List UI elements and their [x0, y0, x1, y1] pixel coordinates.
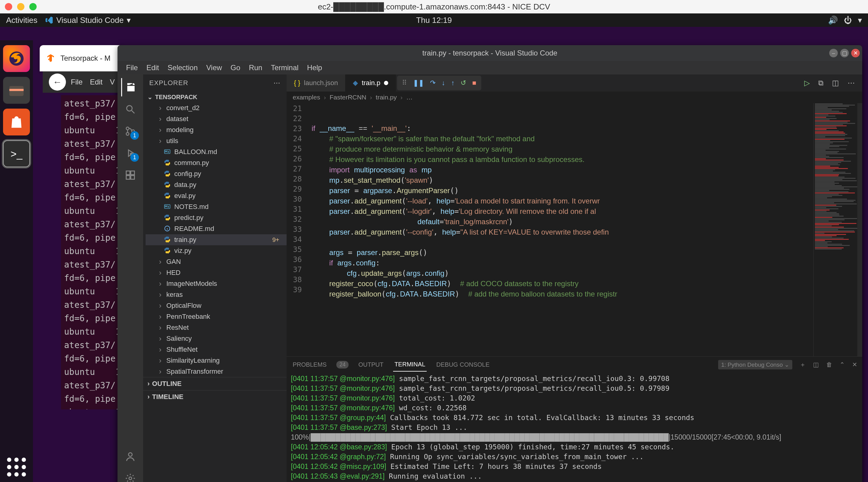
code-editor[interactable]: if __name__ == '__main__': # "spawn/fork… — [306, 103, 813, 356]
tree-item-SpatialTransformer[interactable]: SpatialTransformer — [146, 366, 287, 377]
menu-file[interactable]: File — [71, 78, 83, 86]
dock-show-apps[interactable] — [7, 458, 26, 477]
breadcrumb-seg[interactable]: train.py — [376, 94, 397, 101]
outline-section[interactable]: ›OUTLINE — [143, 377, 287, 390]
menu-help[interactable]: Help — [303, 62, 326, 74]
explorer-sidebar: EXPLORER ⋯ ⌄TENSORPACK convert_d2dataset… — [143, 74, 287, 482]
mac-close-button[interactable] — [5, 3, 12, 10]
dock-terminal[interactable]: >_ — [3, 140, 30, 167]
tree-item-convert_d2[interactable]: convert_d2 — [146, 102, 287, 114]
tree-item-ResNet[interactable]: ResNet — [146, 322, 287, 333]
close-button[interactable]: ✕ — [851, 49, 860, 57]
timeline-section[interactable]: ›TIMELINE — [143, 390, 287, 403]
breadcrumb-seg[interactable]: … — [406, 94, 413, 101]
tree-item-SimilarityLearning[interactable]: SimilarityLearning — [146, 355, 287, 366]
menu-edit[interactable]: Edit — [90, 78, 102, 86]
more-icon[interactable]: ⋯ — [274, 79, 280, 87]
trash-icon[interactable]: 🗑 — [826, 361, 832, 368]
tree-item-utils[interactable]: utils — [146, 135, 287, 147]
menu-file[interactable]: File — [122, 62, 142, 74]
minimize-button[interactable]: – — [829, 49, 838, 57]
scrollbar[interactable] — [857, 103, 862, 356]
project-section[interactable]: ⌄TENSORPACK — [143, 92, 287, 102]
diff-icon[interactable]: ⧉ — [818, 79, 824, 87]
pause-icon[interactable]: ❚❚ — [413, 79, 424, 87]
tree-item-Saliency[interactable]: Saliency — [146, 333, 287, 344]
tab-train-p[interactable]: ◆train.p — [345, 74, 396, 92]
panel: PROBLEMS24OUTPUTTERMINALDEBUG CONSOLE1: … — [287, 356, 862, 482]
app-menu[interactable]: Visual Studio Code ▾ — [45, 15, 131, 25]
tree-item-modeling[interactable]: modeling — [146, 125, 287, 135]
tree-item-data-py[interactable]: data.py — [146, 180, 287, 190]
new-terminal-icon[interactable]: ＋ — [800, 361, 806, 369]
tree-item-README-md[interactable]: README.md — [146, 223, 287, 234]
account-icon[interactable] — [121, 447, 140, 465]
step-into-icon[interactable]: ↓ — [442, 79, 445, 87]
menu-v[interactable]: V — [110, 78, 115, 86]
scm-view-icon[interactable]: 1 — [121, 122, 140, 140]
step-out-icon[interactable]: ↑ — [451, 79, 455, 87]
menu-run[interactable]: Run — [245, 62, 267, 74]
restart-icon[interactable]: ↺ — [461, 79, 466, 87]
tree-item-OpticalFlow[interactable]: OpticalFlow — [146, 300, 287, 311]
breadcrumb-seg[interactable]: examples — [293, 94, 320, 101]
drag-handle-icon[interactable]: ⠿ — [402, 79, 407, 87]
extensions-view-icon[interactable] — [121, 166, 140, 184]
menu-terminal[interactable]: Terminal — [267, 62, 303, 74]
terminal-select[interactable]: 1: Python Debug Conso ⌄ — [718, 360, 792, 369]
split-terminal-icon[interactable]: ◫ — [813, 361, 819, 368]
tree-item-train-py[interactable]: train.py9+ — [146, 234, 287, 245]
power-icon[interactable]: ⏻ — [844, 15, 852, 25]
tree-item-viz-py[interactable]: viz.py — [146, 245, 287, 256]
chevron-down-icon[interactable]: ▾ — [858, 15, 862, 25]
tree-item-dataset[interactable]: dataset — [146, 114, 287, 125]
run-icon[interactable]: ▷ — [804, 79, 810, 87]
dock-files[interactable] — [3, 77, 30, 104]
panel-tab-output[interactable]: OUTPUT — [357, 358, 384, 371]
chevron-up-icon[interactable]: ⌃ — [840, 361, 845, 368]
tree-item-keras[interactable]: keras — [146, 289, 287, 300]
back-button[interactable]: ← — [49, 73, 66, 91]
debug-view-icon[interactable]: 1 — [121, 144, 140, 162]
tree-item-predict-py[interactable]: predict.py — [146, 212, 287, 223]
terminal-output[interactable]: [0401 11:37:57 @monitor.py:476] sample_f… — [287, 373, 862, 482]
search-view-icon[interactable] — [121, 100, 140, 118]
panel-tab-debug-console[interactable]: DEBUG CONSOLE — [435, 358, 491, 371]
tree-item-common-py[interactable]: common.py — [146, 157, 287, 168]
explorer-view-icon[interactable] — [121, 78, 140, 96]
breadcrumb[interactable]: examples›FasterRCNN›train.py›… — [287, 92, 862, 103]
dock-firefox[interactable] — [3, 45, 30, 72]
close-panel-icon[interactable]: ✕ — [852, 361, 857, 368]
stop-icon[interactable]: ■ — [472, 79, 476, 87]
panel-tab-problems[interactable]: PROBLEMS — [291, 358, 328, 371]
dock-software[interactable] — [3, 108, 30, 135]
tree-item-ShuffleNet[interactable]: ShuffleNet — [146, 344, 287, 355]
tree-item-GAN[interactable]: GAN — [146, 256, 287, 267]
tree-item-ImageNetModels[interactable]: ImageNetModels — [146, 278, 287, 289]
activities-button[interactable]: Activities — [6, 15, 37, 25]
volume-icon[interactable]: 🔊 — [828, 15, 838, 25]
minimap[interactable] — [813, 103, 862, 356]
mac-minimize-button[interactable] — [17, 3, 24, 10]
mac-maximize-button[interactable] — [29, 3, 37, 10]
more-icon[interactable]: ⋯ — [847, 79, 855, 87]
menu-selection[interactable]: Selection — [163, 62, 202, 74]
menu-view[interactable]: View — [202, 62, 226, 74]
split-icon[interactable]: ◫ — [832, 79, 839, 87]
menu-go[interactable]: Go — [226, 62, 245, 74]
tree-item-config-py[interactable]: config.py — [146, 168, 287, 180]
step-over-icon[interactable]: ↷ — [430, 79, 436, 87]
tree-item-PennTreebank[interactable]: PennTreebank — [146, 311, 287, 322]
tree-item-HED[interactable]: HED — [146, 267, 287, 278]
menu-edit[interactable]: Edit — [142, 62, 163, 74]
firefox-window[interactable]: Tensorpack - M — [40, 45, 125, 71]
tab-launch-json[interactable]: { }launch.json — [287, 74, 345, 92]
panel-tab-terminal[interactable]: TERMINAL — [393, 358, 426, 372]
tree-item-BALLOON-md[interactable]: BALLOON.md — [146, 147, 287, 157]
gear-icon[interactable] — [121, 469, 140, 482]
tree-item-eval-py[interactable]: eval.py — [146, 190, 287, 201]
maximize-button[interactable]: ▢ — [840, 49, 849, 57]
tree-item-NOTES-md[interactable]: NOTES.md — [146, 201, 287, 212]
clock[interactable]: Thu 12:19 — [416, 15, 452, 25]
breadcrumb-seg[interactable]: FasterRCNN — [330, 94, 366, 101]
